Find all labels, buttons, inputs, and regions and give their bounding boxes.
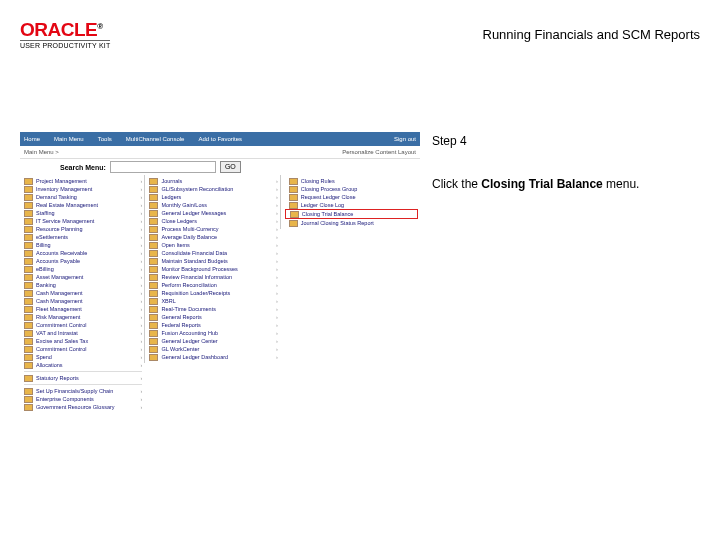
menu-item[interactable]: Ledger Close Log [285, 201, 418, 209]
menu-item[interactable]: Banking› [24, 281, 142, 289]
chevron-right-icon: › [139, 387, 143, 395]
folder-icon [289, 186, 298, 193]
menu-item[interactable]: Closing Trial Balance [285, 209, 418, 219]
menu-item[interactable]: eSettlements› [24, 233, 142, 241]
menu-item[interactable]: General Ledger Center› [149, 337, 277, 345]
chevron-right-icon: › [139, 209, 143, 217]
menu-item[interactable]: Real Estate Management› [24, 201, 142, 209]
menu-item[interactable]: Excise and Sales Tax› [24, 337, 142, 345]
chevron-right-icon: › [274, 185, 278, 193]
menu-item[interactable]: eBilling› [24, 265, 142, 273]
search-go-button[interactable]: GO [220, 161, 241, 173]
menu-item[interactable]: Staffing› [24, 209, 142, 217]
menu-item[interactable]: Asset Management› [24, 273, 142, 281]
menu-item[interactable]: Requisition Loader/Receipts› [149, 289, 277, 297]
menu-item[interactable]: Project Management› [24, 177, 142, 185]
folder-icon [24, 194, 33, 201]
chevron-right-icon: › [274, 345, 278, 353]
menu-item[interactable]: Allocations› [24, 361, 142, 369]
menu-item[interactable]: Cash Management› [24, 289, 142, 297]
menu-item[interactable]: Set Up Financials/Supply Chain› [24, 387, 142, 395]
menu-item[interactable]: Closing Rules [285, 177, 418, 185]
brand-block: ORACLE® USER PRODUCTIVITY KIT [20, 20, 110, 49]
nav-mcc[interactable]: MultiChannel Console [126, 136, 185, 142]
menu-item-label: Monthly Gain/Loss [161, 201, 207, 209]
menu-item[interactable]: VAT and Intrastat› [24, 329, 142, 337]
menu-item[interactable]: Government Resource Glossary› [24, 403, 142, 411]
chevron-right-icon: › [274, 305, 278, 313]
menu-item[interactable]: Monitor Background Processes› [149, 265, 277, 273]
menu-item[interactable]: Demand Tasking› [24, 193, 142, 201]
menu-item[interactable]: General Ledger Messages› [149, 209, 277, 217]
menu-item[interactable]: Request Ledger Close [285, 193, 418, 201]
brand-logo: ORACLE® [20, 20, 110, 39]
folder-icon [24, 242, 33, 249]
menu-item[interactable]: Statutory Reports› [24, 374, 142, 382]
menu-item[interactable]: Cash Management› [24, 297, 142, 305]
chevron-right-icon: › [274, 257, 278, 265]
menu-item[interactable]: Spend› [24, 353, 142, 361]
chevron-right-icon: › [139, 257, 143, 265]
menu-item[interactable]: Resource Planning› [24, 225, 142, 233]
nav-tools[interactable]: Tools [98, 136, 112, 142]
menu-item[interactable]: Billing› [24, 241, 142, 249]
app-topbar: Home Main Menu Tools MultiChannel Consol… [20, 132, 420, 146]
menu-item[interactable]: Inventory Management› [24, 185, 142, 193]
menu-item[interactable]: Perform Reconciliation› [149, 281, 277, 289]
folder-icon [149, 338, 158, 345]
menu-item-label: GL WorkCenter [161, 345, 199, 353]
folder-icon [149, 250, 158, 257]
menu-item[interactable]: Commitment Control› [24, 321, 142, 329]
nav-home[interactable]: Home [24, 136, 40, 142]
menu-item-label: Spend [36, 353, 52, 361]
menu-item[interactable]: IT Service Management› [24, 217, 142, 225]
folder-icon [24, 322, 33, 329]
folder-icon [24, 282, 33, 289]
menu-item-label: Closing Rules [301, 177, 335, 185]
menu-item[interactable]: Fusion Accounting Hub› [149, 329, 277, 337]
chevron-right-icon: › [139, 193, 143, 201]
menu-item[interactable]: Journal Closing Status Report [285, 219, 418, 227]
menu-item[interactable]: Accounts Receivable› [24, 249, 142, 257]
chevron-right-icon: › [139, 249, 143, 257]
menu-item[interactable]: GL/Subsystem Reconciliation› [149, 185, 277, 193]
chevron-right-icon: › [274, 225, 278, 233]
menu-item[interactable]: Consolidate Financial Data› [149, 249, 277, 257]
folder-icon [24, 186, 33, 193]
menu-item[interactable]: Review Financial Information› [149, 273, 277, 281]
menu-item[interactable]: Open Items› [149, 241, 277, 249]
nav-fav[interactable]: Add to Favorites [198, 136, 242, 142]
chevron-right-icon: › [139, 185, 143, 193]
menu-item[interactable]: GL WorkCenter› [149, 345, 277, 353]
menu-item-label: Commitment Control [36, 321, 86, 329]
menu-item[interactable]: Commitment Control› [24, 345, 142, 353]
menu-item[interactable]: Journals› [149, 177, 277, 185]
menu-item[interactable]: Ledgers› [149, 193, 277, 201]
search-input[interactable] [110, 161, 216, 173]
menu-item-label: Real Estate Management [36, 201, 98, 209]
menu-item[interactable]: Federal Reports› [149, 321, 277, 329]
menu-item[interactable]: Accounts Payable› [24, 257, 142, 265]
menu-item[interactable]: General Ledger Dashboard› [149, 353, 277, 361]
chevron-right-icon: › [139, 374, 143, 382]
chevron-right-icon: › [274, 249, 278, 257]
menu-item[interactable]: Process Multi-Currency› [149, 225, 277, 233]
menu-item-label: Government Resource Glossary [36, 403, 115, 411]
menu-item-label: Statutory Reports [36, 374, 79, 382]
menu-item[interactable]: XBRL› [149, 297, 277, 305]
step-label: Step 4 [432, 132, 639, 151]
menu-item[interactable]: Risk Management› [24, 313, 142, 321]
menu-item[interactable]: Maintain Standard Budgets› [149, 257, 277, 265]
menu-item[interactable]: Average Daily Balance› [149, 233, 277, 241]
menu-item[interactable]: General Reports› [149, 313, 277, 321]
nav-main-menu[interactable]: Main Menu [54, 136, 84, 142]
menu-item-label: Accounts Payable [36, 257, 80, 265]
menu-item[interactable]: Close Ledgers› [149, 217, 277, 225]
menu-item[interactable]: Closing Process Group [285, 185, 418, 193]
nav-signout[interactable]: Sign out [394, 136, 416, 142]
menu-item[interactable]: Monthly Gain/Loss› [149, 201, 277, 209]
menu-item[interactable]: Enterprise Components› [24, 395, 142, 403]
menu-item[interactable]: Fleet Management› [24, 305, 142, 313]
crumb-personalize[interactable]: Personalize Content Layout [342, 149, 416, 155]
menu-item[interactable]: Real-Time Documents› [149, 305, 277, 313]
